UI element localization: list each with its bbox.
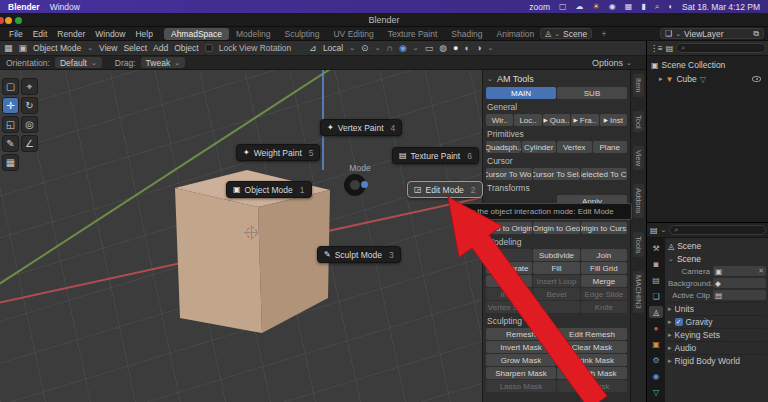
modeling-button[interactable] (486, 249, 532, 261)
modeling-button[interactable]: Bridge (486, 275, 532, 287)
panel-tab[interactable]: SUB (557, 87, 627, 99)
mode-dropdown[interactable]: Object Mode (33, 43, 81, 53)
filter-icon[interactable]: ⋮≡ (650, 44, 663, 53)
panel-tab[interactable]: MAIN (486, 87, 556, 99)
orientation-dropdown[interactable]: Local (323, 43, 343, 53)
cloud-icon[interactable]: ☁ (576, 2, 584, 11)
modifier-tab-icon[interactable]: ⚙ (649, 354, 663, 366)
cursor-button[interactable]: Cursor To Sel.. (533, 168, 579, 180)
gizmo-toggle-icon[interactable]: ▭ (425, 43, 434, 53)
npanel-tab[interactable]: Tools (633, 232, 644, 258)
pie-item-texture-paint[interactable]: ▤ Texture Paint 6 (392, 147, 479, 164)
drag-tweak-dropdown[interactable]: Tweak ⌄ (141, 57, 185, 68)
xray-toggle-icon[interactable]: ● (453, 43, 458, 53)
topbar-menu-item[interactable]: Help (130, 29, 157, 39)
modeling-button[interactable]: Vertex Slide (486, 301, 532, 313)
display-mode-icon[interactable]: ▤ (666, 44, 674, 53)
workspace-tab[interactable]: Sculpting (278, 28, 327, 40)
primitive-button[interactable]: Vertex (557, 141, 592, 153)
modeling-button[interactable]: Insert Loop (533, 275, 579, 287)
pie-item-object-mode[interactable]: ▣ Object Mode 1 (226, 181, 312, 198)
object-menu[interactable]: Object (174, 43, 199, 53)
modeling-button[interactable]: Bevel (533, 288, 579, 300)
workspace-tab[interactable]: Modeling (229, 28, 278, 40)
pie-item-sculpt-mode[interactable]: ✎ Sculpt Mode 3 (317, 246, 401, 263)
outliner-search-input[interactable]: ⌕ (676, 43, 766, 53)
pie-item-weight-paint[interactable]: ✦ Weight Paint 5 (236, 144, 320, 161)
cursor-button[interactable]: Cursor To Wo.. (486, 168, 532, 180)
workspace-tab[interactable]: Texture Paint (381, 28, 445, 40)
collapsed-panel-row[interactable]: ▸ Keying Sets (668, 328, 766, 341)
modeling-button[interactable]: Merge (581, 275, 627, 287)
origin-button[interactable]: Geo to Origin (486, 222, 532, 234)
collapsed-panel-row[interactable]: ▸ Rigid Body World (668, 354, 766, 367)
general-button[interactable]: Wir.. (486, 114, 513, 126)
shading-solid-icon[interactable]: ◐ (465, 43, 470, 53)
general-button[interactable]: Loc.. (514, 114, 541, 126)
orientation-default-dropdown[interactable]: Default ⌄ (55, 57, 102, 68)
modeling-button[interactable]: Fill (533, 262, 579, 274)
panel-collapse-icon[interactable]: ⌄ (487, 75, 493, 83)
general-button[interactable]: Inst (600, 114, 627, 126)
gravity-checkbox[interactable]: ✓ (675, 318, 683, 326)
properties-search-input[interactable]: ⌕ (669, 225, 766, 235)
topbar-menu-item[interactable]: File (4, 29, 28, 39)
collapsed-panel-row[interactable]: ▸ ✓ Gravity (668, 315, 766, 328)
add-cube-tool[interactable]: ▦ (2, 154, 19, 171)
add-menu[interactable]: Add (153, 43, 168, 53)
scale-tool[interactable]: ◱ (2, 116, 19, 133)
npanel-tab[interactable]: Tool (633, 111, 644, 133)
npanel-tab[interactable]: Item (633, 74, 644, 97)
move-tool[interactable]: ✛ (2, 97, 19, 114)
scene-tab-icon[interactable]: ◬ (649, 306, 663, 318)
cursor-tool[interactable]: ⌖ (21, 78, 38, 95)
snap-magnet-icon[interactable]: ∩ (387, 43, 393, 53)
record-icon[interactable]: ◉ (609, 2, 616, 11)
npanel-tab[interactable]: Addons (633, 184, 644, 217)
topbar-menu-item[interactable]: Window (90, 29, 130, 39)
battery-icon[interactable]: ▮ (641, 2, 645, 11)
measure-tool[interactable]: ∠ (21, 135, 38, 152)
sculpting-button[interactable]: Clear Mask (557, 341, 627, 353)
npanel-tab[interactable]: MACHIN3 (633, 271, 644, 313)
sculpting-button[interactable]: Remesh (486, 328, 556, 340)
field-input[interactable]: ▣ ✕ (713, 266, 766, 276)
collapsed-panel-row[interactable]: ▸ Units (668, 302, 766, 315)
npanel-tab[interactable]: View (633, 146, 644, 170)
tool-tab-icon[interactable]: ⚒ (649, 242, 663, 254)
new-viewlayer-icon[interactable]: ⧉ (753, 29, 759, 39)
pie-item-vertex-paint[interactable]: ✦ Vertex Paint 4 (320, 119, 402, 136)
primitive-button[interactable]: Plane (593, 141, 628, 153)
primitive-button[interactable]: Cylinder (522, 141, 557, 153)
overlays-toggle-icon[interactable]: ◍ (439, 43, 447, 53)
topbar-menu-item[interactable]: Render (52, 29, 90, 39)
sculpting-button[interactable]: Box Mask (557, 380, 627, 392)
sculpting-button[interactable]: Sharpen Mask (486, 367, 556, 379)
mac-window-menu[interactable]: Window (50, 2, 80, 12)
physics-tab-icon[interactable]: ◉ (649, 370, 663, 382)
search-icon[interactable]: ⌕ (655, 2, 659, 12)
sculpting-button[interactable]: Smooth Mask (557, 367, 627, 379)
sculpting-button[interactable]: Grow Mask (486, 354, 556, 366)
lamp-icon[interactable]: ☀ (593, 2, 600, 11)
world-tab-icon[interactable]: ● (649, 322, 663, 334)
shading-rendered-icon[interactable]: ◑ (476, 43, 481, 53)
expand-icon[interactable]: ▸ (659, 75, 663, 83)
view-menu[interactable]: View (99, 43, 117, 53)
workspace-tab[interactable]: AhmadSpace (164, 28, 229, 40)
display-icon[interactable]: ▢ (559, 2, 567, 11)
editor-type-icon[interactable]: ▤ (650, 226, 658, 235)
rotate-tool[interactable]: ↻ (21, 97, 38, 114)
collapsed-panel-row[interactable]: ▸ Audio (668, 341, 766, 354)
modeling-button[interactable]: Fill Grid (581, 262, 627, 274)
primitive-button[interactable]: Quadsph.. (486, 141, 521, 153)
data-tab-icon[interactable]: ▽ (649, 386, 663, 398)
transform-tool[interactable]: ◎ (21, 116, 38, 133)
topbar-menu-item[interactable]: Edit (28, 29, 53, 39)
annotate-tool[interactable]: ✎ (2, 135, 19, 152)
modeling-button[interactable]: Inset (486, 288, 532, 300)
modeling-button[interactable]: Subdivide (533, 249, 579, 261)
visibility-eye-icon[interactable] (752, 76, 761, 82)
mac-app-menu[interactable]: Blender (8, 2, 40, 12)
general-button[interactable]: Qua.. (543, 114, 570, 126)
